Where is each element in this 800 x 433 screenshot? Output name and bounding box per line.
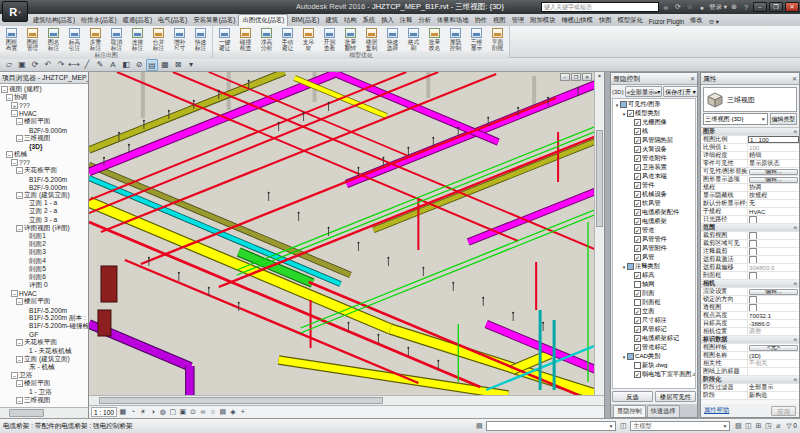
browser-tree-item[interactable]: − 天花板平面 bbox=[0, 339, 88, 347]
browser-tree-item[interactable]: 1 - 卫浴 bbox=[0, 388, 88, 396]
ribbon-tab[interactable]: 视图 bbox=[490, 15, 509, 26]
category-checkbox[interactable] bbox=[634, 137, 641, 144]
tree-expander-icon[interactable] bbox=[21, 249, 28, 256]
tree-expander-icon[interactable] bbox=[21, 348, 28, 355]
ribbon-button[interactable]: 取消标注 bbox=[106, 27, 127, 51]
browser-tree-item[interactable]: 1 - 天花板机械 bbox=[0, 347, 88, 355]
category-checkbox[interactable] bbox=[634, 299, 641, 306]
tree-expander-icon[interactable]: − bbox=[6, 151, 13, 158]
tree-expander-icon[interactable] bbox=[21, 233, 28, 240]
property-row[interactable]: 剖面框 bbox=[701, 272, 799, 280]
tree-expander-icon[interactable] bbox=[21, 127, 28, 134]
properties-help-link[interactable]: 属性帮助 bbox=[704, 406, 729, 415]
crop-view-icon[interactable]: ▢ bbox=[168, 407, 178, 417]
show-crop-icon[interactable]: ▣ bbox=[178, 407, 188, 417]
browser-tree-item[interactable]: B1F/-5.200m-碰撞检 bbox=[0, 322, 88, 330]
tree-expander-icon[interactable]: − bbox=[16, 167, 23, 174]
close-icon[interactable]: ✕ bbox=[792, 75, 797, 82]
category-checkbox[interactable] bbox=[627, 353, 634, 360]
design-options-icon[interactable]: ◫ bbox=[618, 422, 628, 430]
category-checkbox[interactable] bbox=[634, 155, 641, 162]
measure-icon[interactable]: ⟷ bbox=[68, 59, 80, 71]
viewport-horizontal-scrollbar[interactable] bbox=[89, 395, 604, 405]
browser-tree-item[interactable]: − 协调 bbox=[0, 93, 88, 101]
property-row[interactable]: 裁剪区域可见 bbox=[701, 240, 799, 248]
browser-tree-item[interactable]: − 机械 bbox=[0, 151, 88, 159]
property-row[interactable]: 远剪裁激活 bbox=[701, 256, 799, 264]
category-checkbox[interactable] bbox=[634, 281, 641, 288]
browser-tree-item[interactable]: 剖面1 bbox=[0, 232, 88, 240]
category-row[interactable]: 风管隔热层 bbox=[613, 136, 695, 145]
category-row[interactable]: 风道末端 bbox=[613, 172, 695, 181]
property-row[interactable]: 图形 bbox=[701, 128, 799, 136]
category-row[interactable]: ▾ 可见性/图形 bbox=[613, 100, 695, 109]
category-row[interactable]: 风管标记 bbox=[613, 325, 695, 334]
ribbon-button[interactable]: 合并标注 bbox=[148, 27, 169, 51]
ribbon-button[interactable]: 净高分析 bbox=[256, 27, 277, 51]
property-row[interactable]: 比例值 1: 100 bbox=[701, 144, 799, 152]
worksets-icon[interactable]: ▤ bbox=[474, 422, 484, 430]
tree-expander-icon[interactable] bbox=[21, 307, 28, 314]
tree-expander-icon[interactable]: − bbox=[16, 397, 23, 404]
browser-tree-item[interactable]: 立面 3 - a bbox=[0, 216, 88, 224]
browser-tree-item[interactable]: 剖面6 bbox=[0, 273, 88, 281]
category-row[interactable]: 管道附件 bbox=[613, 154, 695, 163]
browser-tree-item[interactable]: − ??? bbox=[0, 159, 88, 167]
category-row[interactable]: ▾ CAD类别 bbox=[613, 352, 695, 361]
category-row[interactable]: 风管管件 bbox=[613, 235, 695, 244]
category-checkbox[interactable] bbox=[620, 101, 627, 108]
pencil-icon[interactable]: ✎ bbox=[94, 59, 106, 71]
ribbon-tab[interactable]: 暖通(品茗) bbox=[120, 15, 155, 26]
worksharing-display-icon[interactable]: ▧ bbox=[733, 422, 743, 430]
text-icon[interactable]: A bbox=[107, 59, 119, 71]
property-row[interactable]: 子规程 HVAC bbox=[701, 208, 799, 216]
analytical-model-icon[interactable]: ◈ bbox=[228, 407, 238, 417]
maximize-button[interactable]: ❒ bbox=[769, 2, 783, 12]
ribbon-button[interactable]: 图名标注 bbox=[43, 27, 64, 51]
switch-windows-icon[interactable]: ▦ bbox=[159, 59, 171, 71]
ribbon-tab[interactable]: 模型深化 bbox=[615, 15, 646, 26]
tree-expander-icon[interactable] bbox=[21, 331, 28, 338]
category-row[interactable]: 机械设备 bbox=[613, 190, 695, 199]
category-row[interactable]: 新块.dwg bbox=[613, 361, 695, 370]
tree-expander-icon[interactable] bbox=[21, 266, 28, 273]
browser-tree-item[interactable]: − 卫浴 bbox=[0, 372, 88, 380]
ribbon-tab[interactable]: 注释 bbox=[397, 15, 416, 26]
category-row[interactable]: 卫浴装置 bbox=[613, 163, 695, 172]
category-checkbox[interactable] bbox=[634, 344, 641, 351]
detail-level-icon[interactable]: ▦ bbox=[118, 407, 128, 417]
tree-expander-icon[interactable]: + bbox=[11, 102, 18, 109]
panel-tab[interactable]: 显隐控制 bbox=[613, 405, 646, 417]
property-row[interactable]: 目标高度 -3886.0 bbox=[701, 320, 799, 328]
ribbon-button[interactable]: 碰撞检查 bbox=[235, 27, 256, 51]
property-row[interactable]: 阶段过滤器 全部显示 bbox=[701, 384, 799, 392]
floor-visibility-button[interactable]: 楼层可见性 bbox=[655, 391, 696, 402]
category-row[interactable]: ▾ 模型类别 bbox=[613, 109, 695, 118]
category-checkbox[interactable] bbox=[634, 254, 641, 261]
browser-tree-item[interactable]: B1F/-5.200m 副本 : bbox=[0, 314, 88, 322]
tree-expander-icon[interactable]: − bbox=[16, 339, 23, 346]
property-row[interactable]: 图形显示选项 编辑... bbox=[701, 176, 799, 184]
browser-tree-item[interactable]: B1F/-5.200m bbox=[0, 175, 88, 183]
favorites-icon[interactable]: ☆ bbox=[685, 3, 695, 11]
property-row[interactable]: 视图样板 <无> bbox=[701, 344, 799, 352]
tree-expander-icon[interactable] bbox=[21, 258, 28, 265]
category-checkbox[interactable] bbox=[634, 191, 641, 198]
tree-expander-icon[interactable]: − bbox=[16, 356, 23, 363]
ribbon-button[interactable]: 图框管理 bbox=[22, 27, 43, 51]
property-row[interactable]: 锁定的方向 bbox=[701, 296, 799, 304]
category-row[interactable]: 管件 bbox=[613, 181, 695, 190]
press-drag-select-icon[interactable]: ◳ bbox=[763, 422, 773, 430]
tree-expander-icon[interactable] bbox=[21, 217, 28, 224]
ribbon-button[interactable]: 图框布置 bbox=[1, 27, 22, 51]
property-row[interactable]: 图纸上的标题 bbox=[701, 368, 799, 376]
temporary-view-properties-icon[interactable]: ▤ bbox=[218, 407, 228, 417]
edit-type-button[interactable]: 编辑类型 bbox=[770, 113, 797, 125]
communication-center-icon[interactable]: ⟳ bbox=[673, 3, 683, 11]
category-checkbox[interactable] bbox=[634, 335, 641, 342]
browser-tree-item[interactable]: − 三维视图 bbox=[0, 134, 88, 142]
apply-button[interactable]: 应用 bbox=[771, 406, 796, 416]
ribbon-tab[interactable]: 出图优化(品茗) bbox=[238, 14, 288, 26]
ribbon-tab[interactable]: 附加模块 bbox=[527, 15, 558, 26]
search-input[interactable]: 键入关键字或短语 bbox=[541, 2, 659, 12]
